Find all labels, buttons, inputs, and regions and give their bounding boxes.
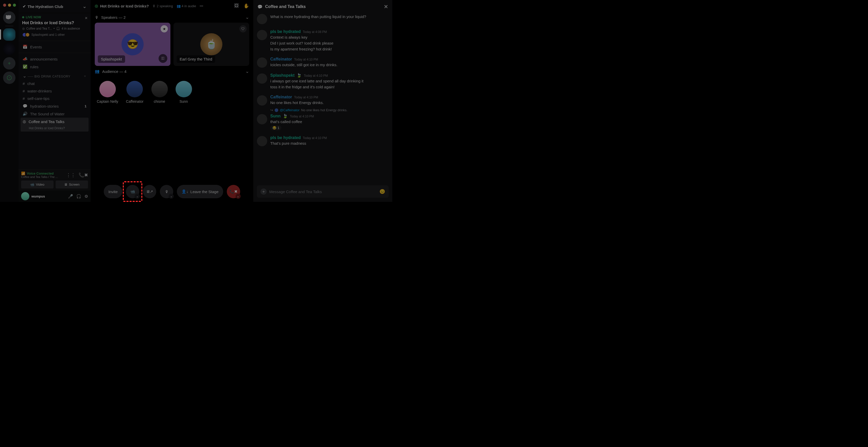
camera-toggle-button[interactable]: 📹 ⌄ [126,185,139,198]
message-author[interactable]: pls be hydrated [270,136,301,140]
calendar-icon: 📅 [23,44,28,49]
close-icon[interactable]: × [85,16,88,21]
chevron-down-icon[interactable]: ⌄ [245,14,249,20]
raise-hand-icon[interactable]: ✋ [244,3,249,9]
more-icon[interactable]: ••• [200,4,204,8]
chevron-down-icon[interactable]: ⌄ [245,68,249,74]
channel-water-drinkers[interactable]: #water-drinkers [19,87,91,95]
leave-stage-button[interactable]: 👤↓Leave the Stage [177,185,223,198]
server-header[interactable]: ✔The Hydration Club ⌄ [19,0,91,13]
speaker-card-splashspekt[interactable]: ★ 😎 Splashspekt 🎤⃠ [95,23,170,66]
settings-icon[interactable]: ⚙ [85,194,88,199]
message: pls be hydratedToday at 4:10 PM That's p… [257,133,389,149]
people-icon: 👥 [95,69,100,73]
chevron-down-icon[interactable]: ⌄ [168,193,174,199]
speaker-card-earl-grey[interactable]: 🛡 🍵 Earl Grey the Third [174,23,249,66]
chevron-down-icon[interactable]: ⌄ [135,193,140,199]
mic-toggle-button[interactable]: 🎙 ⌄ [160,185,173,198]
disconnect-button[interactable]: 📞✖ ⌄ [227,185,240,198]
avatar[interactable] [257,30,267,40]
message: Sunn🍃Today at 4:10 PM that's called coff… [257,111,389,133]
message-timestamp: Today at 4:10 PM [290,115,314,118]
category-header[interactable]: ⌄ ----- BIG DRINK CATEGORY＋ [19,70,91,80]
hash-icon: # [23,89,25,93]
emoji-picker-icon[interactable]: 😐 [379,189,385,195]
message-author[interactable]: Sunn [270,114,281,118]
noise-suppression-icon[interactable]: ⋮⋮ [66,172,75,178]
channel-hydration-stories[interactable]: 💬hydration-stories1 [19,102,91,110]
mic-icon: 🎙 [152,4,156,8]
speaker-icon: 🔊 [23,112,28,116]
chevron-down-icon[interactable]: ⌄ [83,4,87,9]
live-presence: Splashspekt and 1 other [22,32,87,37]
self-username[interactable]: wumpus [31,195,66,198]
badge-icon: 🍃 [297,73,302,78]
thread-icon: 💬 [23,104,28,109]
speakers-header-row[interactable]: 🎙Speakers — 2 ⌄ [91,12,253,23]
message-author[interactable]: Caffeinator [270,95,292,99]
chat-message-list[interactable]: What is more hydrating than putting liqu… [253,13,392,183]
audience-member[interactable]: Captain Nelly [97,81,118,103]
channel-subtitle: Hot Drinks or Iced Drinks? [29,126,65,130]
screen-button[interactable]: 🖥Screen [56,180,88,188]
disconnect-icon[interactable]: 📞✖ [79,172,88,178]
message-timestamp: Today at 4:10 PM [294,58,318,61]
verified-icon: ✔ [23,4,26,9]
voice-status[interactable]: 📶Voice Connected [21,172,58,175]
attach-icon[interactable]: ＋ [260,188,267,195]
events-row[interactable]: 📅Events [19,41,91,53]
explore-button[interactable] [3,71,16,84]
avatar[interactable] [257,136,267,146]
deafen-icon[interactable]: 🎧 [76,194,81,199]
video-button[interactable]: 📹Video [21,180,54,188]
stage-icon: ◎ [95,4,98,8]
message-author[interactable]: pls be hydrated [270,29,301,34]
hash-icon: # [23,81,25,86]
server-hydration-club[interactable] [3,28,16,41]
stage-header: ◎Hot Drinks or Iced Drinks? 🎙 2 speaking… [91,0,253,12]
avatar[interactable] [257,57,267,68]
message: CaffeinatorToday at 4:10 PM No one likes… [257,92,389,108]
message-field[interactable]: Message Coffee and Tea Talks [269,189,377,194]
window-controls[interactable] [3,2,16,9]
chat-icon: 💬 [257,4,262,9]
chevron-down-icon[interactable]: ⌄ [236,193,241,199]
dm-button[interactable] [3,11,16,24]
hangup-icon: 📞✖ [229,189,238,194]
mute-icon[interactable]: 🎤 [68,194,73,199]
avatar[interactable] [257,114,267,124]
stразмеров-icon: ◎ [23,119,26,124]
unread-badge: 1 [85,104,87,108]
channel-chat[interactable]: #chat [19,80,91,87]
speakers-grid: ★ 😎 Splashspekt 🎤⃠ 🛡 🍵 Earl Grey the Thi… [91,23,253,66]
channel-rules[interactable]: ✅rules [19,63,91,70]
message-author[interactable]: Caffeinator [270,57,292,62]
message-author[interactable]: Splashspekt [270,73,294,78]
server-item-2[interactable] [3,43,16,55]
audience-member[interactable]: Caffeinator [126,81,144,103]
chat-input[interactable]: ＋ Message Coffee and Tea Talks 😐 [257,185,389,198]
screen-icon: 🖥 [64,183,67,186]
audience-header-row[interactable]: 👥Audience — 4 ⌄ [91,66,253,77]
channel-sound-of-water[interactable]: 🔊The Sound of Water [19,110,91,118]
avatar[interactable] [257,95,267,106]
share-screen-button[interactable]: 🖥↗ [143,185,156,198]
speaker-name: Splashspekt [98,55,125,63]
invite-button[interactable]: Invite [104,185,122,198]
avatar[interactable] [257,14,267,24]
badge-icon: 🍃 [283,114,288,118]
audience-member[interactable]: Sunn [176,81,192,103]
reaction[interactable]: 😂1 [270,125,281,130]
avatar[interactable] [257,73,267,84]
channel-self-care-tips[interactable]: #self-care-tips [19,95,91,102]
message-timestamp: Today at 4:10 PM [304,74,328,78]
audience-member[interactable]: chisme [151,81,168,103]
pip-icon[interactable]: 🖼 [234,3,239,9]
add-channel-icon[interactable]: ＋ [84,74,87,78]
close-icon[interactable]: ✕ [384,4,388,10]
self-avatar[interactable] [21,192,29,200]
live-now-card[interactable]: × LIVE NOW Hot Drinks or Iced Drinks? ◎C… [19,13,91,41]
channel-announcements[interactable]: 📣announcements [19,55,91,63]
add-server-button[interactable]: + [3,57,16,69]
channel-coffee-tea-talks[interactable]: ◎Coffee and Tea Talks Hot Drinks or Iced… [21,118,89,131]
